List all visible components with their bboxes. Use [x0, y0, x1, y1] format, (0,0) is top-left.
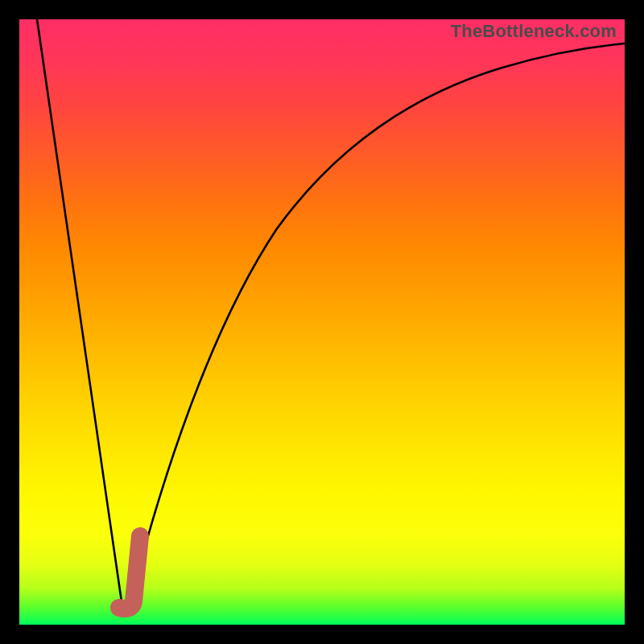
chart-frame: TheBottleneck.com — [0, 0, 644, 644]
marker-hook — [119, 536, 140, 609]
curve-layer — [19, 19, 625, 625]
plot-area: TheBottleneck.com — [19, 19, 625, 625]
bottleneck-curve — [37, 19, 625, 607]
